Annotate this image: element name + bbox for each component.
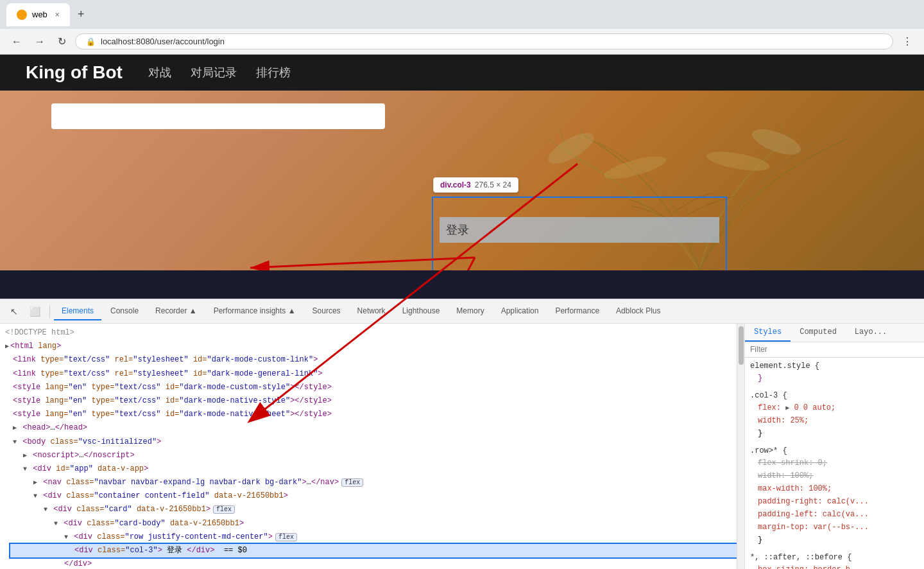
cursor-icon[interactable]: ↖ bbox=[5, 306, 23, 317]
tab-adblock[interactable]: Adblock Plus bbox=[608, 302, 668, 320]
hero-area: div.col-3 276.5 × 24 登录 bbox=[0, 91, 924, 270]
css-rule-col3: .col-3 { flex: ▶ 0 0 auto; width: 25%; } bbox=[750, 390, 919, 440]
code-div-close: </div> bbox=[0, 557, 737, 569]
code-body: ▼ <body class="vsc-initialized"> bbox=[0, 435, 737, 449]
browser-tab[interactable]: web × bbox=[6, 3, 70, 26]
code-style1: <style lang="en" type="text/css" id="dar… bbox=[0, 381, 737, 394]
code-div-col3-selected[interactable]: <div class="col-3"> 登录 </div> == $0 bbox=[10, 544, 737, 557]
tab-memory[interactable]: Memory bbox=[449, 302, 492, 320]
styles-tab-bar: Styles Computed Layo... bbox=[745, 324, 924, 342]
devtools-tab-bar: ↖ ⬜ Elements Console Recorder ▲ Performa… bbox=[0, 299, 924, 324]
forward-button[interactable]: → bbox=[31, 33, 49, 50]
tab-title: web bbox=[32, 10, 47, 19]
code-html: ▶<html lang> bbox=[0, 340, 737, 353]
tab-styles[interactable]: Styles bbox=[745, 324, 791, 342]
code-style3: <style lang="en" type="text/css" id="dar… bbox=[0, 408, 737, 421]
tab-elements[interactable]: Elements bbox=[54, 302, 101, 320]
tab-performance[interactable]: Performance bbox=[547, 302, 607, 320]
browser-chrome: web × + bbox=[0, 0, 924, 29]
tab-layout[interactable]: Layo... bbox=[846, 324, 896, 342]
code-link2: <link type="text/css" rel="stylesheet" i… bbox=[0, 367, 737, 381]
website-content: King of Bot 对战 对局记录 排行榜 bbox=[0, 55, 924, 299]
code-nav: ▶ <nav class="navbar navbar-expand-lg na… bbox=[0, 476, 737, 489]
code-style2: <style lang="en" type="text/css" id="dar… bbox=[0, 394, 737, 408]
tab-bar: web × + bbox=[6, 3, 918, 26]
css-rule-universal: *, ::after, ::before { box-sizing: borde… bbox=[750, 552, 919, 569]
site-title: King of Bot bbox=[26, 62, 123, 83]
svg-line-5 bbox=[250, 258, 475, 268]
styles-filter-input[interactable] bbox=[750, 345, 919, 354]
css-rule-element-style: element.style { } bbox=[750, 360, 919, 385]
site-nav-links: 对战 对局记录 排行榜 bbox=[148, 65, 291, 80]
code-div-row: ▼ <div class="row justify-content-md-cen… bbox=[0, 530, 737, 544]
palm-leaf-decoration bbox=[443, 91, 924, 270]
new-tab-button[interactable]: + bbox=[73, 5, 90, 24]
devtools-panel: ↖ ⬜ Elements Console Recorder ▲ Performa… bbox=[0, 299, 924, 569]
svg-point-2 bbox=[603, 152, 669, 183]
login-form-box bbox=[51, 103, 385, 129]
tab-computed[interactable]: Computed bbox=[791, 324, 846, 342]
tab-close-button[interactable]: × bbox=[55, 10, 60, 19]
code-noscript: ▶ <noscript>…</noscript> bbox=[0, 449, 737, 462]
tab-console[interactable]: Console bbox=[103, 302, 146, 320]
styles-filter[interactable] bbox=[745, 342, 924, 358]
tab-lighthouse[interactable]: Lighthouse bbox=[395, 302, 448, 320]
elements-scrollbar[interactable] bbox=[737, 324, 744, 569]
devtools-body: <!DOCTYPE html> ▶<html lang> <link type=… bbox=[0, 324, 924, 569]
svg-point-0 bbox=[544, 127, 598, 170]
tab-recorder[interactable]: Recorder ▲ bbox=[148, 302, 205, 320]
nav-link-paihang[interactable]: 排行榜 bbox=[256, 65, 291, 80]
elements-panel[interactable]: <!DOCTYPE html> ▶<html lang> <link type=… bbox=[0, 324, 737, 569]
scrollbar-thumb[interactable] bbox=[739, 326, 744, 365]
tab-performance-insights[interactable]: Performance insights ▲ bbox=[206, 302, 304, 320]
code-div-app: ▼ <div id="app" data-v-app> bbox=[0, 462, 737, 476]
tab-separator bbox=[49, 305, 50, 318]
reload-button[interactable]: ↻ bbox=[54, 33, 70, 50]
styles-content: element.style { } .col-3 { flex: ▶ 0 0 a… bbox=[745, 358, 924, 569]
inspector-icon[interactable]: ⬜ bbox=[24, 306, 46, 317]
css-rule-row-star: .row>* { flex-shrink: 0; width: 100%; ma… bbox=[750, 445, 919, 547]
back-button[interactable]: ← bbox=[8, 33, 26, 50]
svg-point-3 bbox=[705, 148, 771, 174]
tab-favicon bbox=[17, 10, 27, 20]
nav-link-jilu[interactable]: 对局记录 bbox=[191, 65, 237, 80]
tab-sources[interactable]: Sources bbox=[305, 302, 348, 320]
code-div-container: ▼ <div class="container content-field" d… bbox=[0, 489, 737, 503]
tab-network[interactable]: Network bbox=[350, 302, 393, 320]
code-link1: <link type="text/css" rel="stylesheet" i… bbox=[0, 353, 737, 367]
lock-icon: 🔒 bbox=[86, 37, 96, 46]
extensions-button[interactable]: ⋮ bbox=[898, 33, 916, 50]
code-div-cardbody: ▼ <div class="card-body" data-v-21650bb1… bbox=[0, 517, 737, 530]
tab-application[interactable]: Application bbox=[493, 302, 547, 320]
code-doctype: <!DOCTYPE html> bbox=[0, 326, 737, 340]
url-text: localhost:8080/user/account/login bbox=[101, 37, 225, 46]
site-navbar: King of Bot 对战 对局记录 排行榜 bbox=[0, 55, 924, 91]
address-bar[interactable]: 🔒 localhost:8080/user/account/login bbox=[75, 33, 893, 49]
code-div-card: ▼ <div class="card" data-v-21650bb1>flex bbox=[0, 503, 737, 516]
styles-panel: Styles Computed Layo... element.style { … bbox=[744, 324, 924, 569]
code-head: ▶ <head>…</head> bbox=[0, 421, 737, 435]
nav-link-duizhan[interactable]: 对战 bbox=[148, 65, 171, 80]
navigation-bar: ← → ↻ 🔒 localhost:8080/user/account/logi… bbox=[0, 29, 924, 55]
